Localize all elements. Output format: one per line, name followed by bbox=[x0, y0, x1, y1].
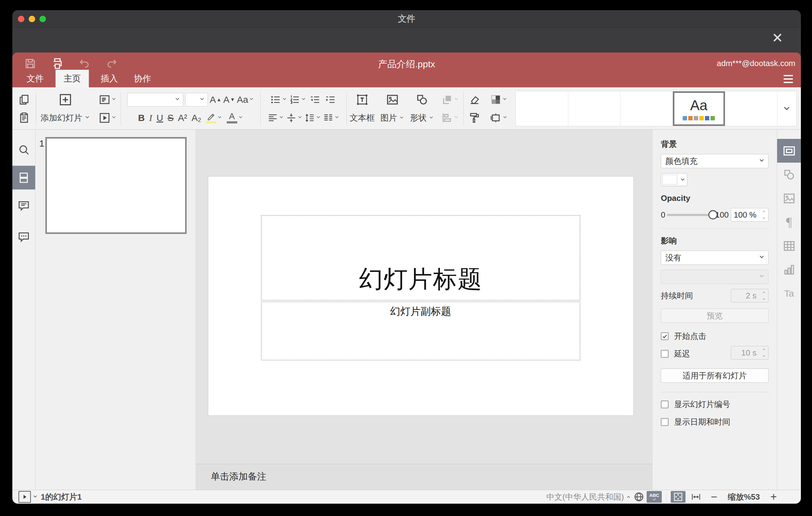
spinner-arrows-icon[interactable] bbox=[761, 209, 766, 220]
line-spacing-icon[interactable] bbox=[304, 110, 321, 125]
font-color-icon[interactable]: A bbox=[227, 110, 243, 125]
shape-align-icon[interactable] bbox=[441, 110, 459, 125]
add-slide-icon[interactable] bbox=[59, 92, 72, 107]
user-email: adm***@dootask.com bbox=[717, 59, 795, 68]
chat-icon[interactable] bbox=[12, 225, 35, 249]
search-icon[interactable] bbox=[12, 138, 35, 162]
slide-layout-icon[interactable] bbox=[99, 92, 117, 107]
arrange-icon[interactable] bbox=[441, 92, 459, 107]
window-titlebar: 文件 bbox=[12, 10, 801, 28]
slide-settings-icon[interactable] bbox=[777, 139, 801, 163]
comments-icon[interactable] bbox=[12, 194, 35, 218]
copy-style-icon[interactable] bbox=[468, 110, 481, 125]
text-box-button[interactable]: 文本框 bbox=[350, 112, 375, 123]
shape-button[interactable]: 形状 bbox=[410, 112, 434, 123]
paste-icon[interactable] bbox=[17, 110, 31, 125]
numbered-list-icon[interactable] bbox=[289, 92, 306, 107]
italic-button[interactable]: I bbox=[149, 113, 152, 123]
tab-collaboration[interactable]: 协作 bbox=[126, 70, 159, 87]
globe-icon[interactable] bbox=[631, 491, 647, 503]
theme-tile[interactable] bbox=[725, 91, 777, 126]
clear-style-icon[interactable] bbox=[468, 92, 481, 107]
textart-settings-icon[interactable]: Ta bbox=[777, 282, 801, 305]
close-icon[interactable]: ✕ bbox=[771, 31, 784, 45]
tab-insert[interactable]: 插入 bbox=[92, 70, 126, 87]
effect-select[interactable]: 没有 bbox=[661, 251, 768, 265]
text-box-icon[interactable] bbox=[355, 92, 369, 107]
bullet-list-icon[interactable] bbox=[270, 92, 287, 107]
background-color-picker[interactable] bbox=[661, 173, 687, 186]
vertical-align-icon[interactable] bbox=[286, 110, 303, 125]
image-button[interactable]: 图片 bbox=[380, 112, 404, 123]
delay-row: 延迟 10 s bbox=[661, 348, 768, 359]
menu-tabs: 文件 主页 插入 协作 bbox=[19, 70, 773, 87]
slide-thumbnails-panel: 1 bbox=[35, 130, 196, 490]
chart-settings-icon[interactable] bbox=[777, 258, 801, 282]
start-on-click-checkbox[interactable] bbox=[661, 333, 669, 340]
zoom-level: 缩放%53 bbox=[728, 492, 760, 503]
image-icon[interactable] bbox=[386, 92, 399, 107]
underline-button[interactable]: U bbox=[156, 113, 163, 123]
menu-icon[interactable] bbox=[784, 75, 793, 83]
start-slideshow-icon[interactable] bbox=[19, 491, 31, 503]
title-placeholder[interactable]: 幻灯片标题 bbox=[261, 215, 580, 300]
increase-font-button[interactable]: A▲ bbox=[210, 92, 222, 107]
subtitle-placeholder[interactable]: 幻灯片副标题 bbox=[261, 302, 580, 361]
shape-settings-icon[interactable] bbox=[777, 163, 801, 187]
paragraph-settings-icon[interactable]: ¶ bbox=[777, 210, 801, 234]
fit-slide-icon[interactable] bbox=[671, 491, 686, 503]
opacity-slider[interactable] bbox=[667, 214, 713, 216]
theme-tile[interactable] bbox=[568, 91, 621, 126]
theme-tile[interactable] bbox=[516, 91, 568, 126]
align-text-icon[interactable] bbox=[267, 110, 284, 125]
fill-color-icon[interactable] bbox=[490, 92, 508, 107]
slide-thumbnail[interactable] bbox=[45, 137, 187, 234]
image-settings-icon[interactable] bbox=[777, 187, 801, 210]
canvas-column: 幻灯片标题 幻灯片副标题 单击添加备注 bbox=[196, 130, 652, 490]
strikeout-button[interactable]: S bbox=[168, 113, 174, 123]
show-slide-number-checkbox[interactable] bbox=[661, 401, 669, 408]
highlight-pen-icon[interactable] bbox=[206, 110, 223, 125]
font-name-input[interactable] bbox=[127, 93, 183, 107]
start-slideshow-icon[interactable] bbox=[99, 110, 117, 125]
theme-tile-selected[interactable]: Aa bbox=[673, 91, 725, 126]
delay-checkbox[interactable] bbox=[661, 350, 669, 358]
font-size-input[interactable] bbox=[185, 93, 208, 107]
opacity-slider-knob[interactable] bbox=[708, 210, 718, 220]
change-case-button[interactable]: Aa bbox=[237, 92, 255, 107]
bold-button[interactable]: B bbox=[138, 113, 145, 123]
slide-canvas[interactable]: 幻灯片标题 幻灯片副标题 bbox=[196, 130, 652, 464]
opacity-value-input[interactable]: 100 % bbox=[731, 208, 768, 222]
fit-width-icon[interactable] bbox=[689, 491, 703, 503]
tab-home[interactable]: 主页 bbox=[56, 70, 89, 87]
language-selector[interactable]: 中文(中华人民共和国) bbox=[546, 492, 624, 503]
tab-file[interactable]: 文件 bbox=[19, 70, 52, 87]
table-settings-icon[interactable] bbox=[777, 234, 801, 258]
show-date-time-checkbox[interactable] bbox=[661, 418, 669, 426]
decrease-indent-icon[interactable] bbox=[308, 92, 322, 107]
columns-icon[interactable] bbox=[323, 110, 340, 125]
increase-indent-icon[interactable] bbox=[324, 92, 337, 107]
spellcheck-icon[interactable]: ABC bbox=[647, 491, 662, 503]
slide-counter: 1的幻灯片1 bbox=[41, 492, 82, 503]
superscript-button[interactable]: A² bbox=[178, 113, 187, 123]
shape-icon[interactable] bbox=[415, 92, 429, 107]
add-slide-button[interactable]: 添加幻灯片 bbox=[41, 112, 90, 123]
notes-area[interactable]: 单击添加备注 bbox=[196, 464, 652, 490]
subscript-button[interactable]: A₂ bbox=[192, 113, 201, 123]
chevron-down-icon[interactable] bbox=[32, 492, 38, 502]
apply-to-all-slides-button[interactable]: 适用于所有幻灯片 bbox=[661, 369, 768, 383]
zoom-out-icon[interactable]: − bbox=[708, 491, 720, 503]
slide[interactable]: 幻灯片标题 幻灯片副标题 bbox=[208, 176, 633, 415]
opacity-min-label: 0 bbox=[661, 210, 665, 220]
fill-type-select[interactable]: 颜色填充 bbox=[661, 154, 768, 168]
slide-size-icon[interactable] bbox=[490, 110, 508, 125]
preview-button[interactable]: 预览 bbox=[661, 309, 768, 323]
slides-icon[interactable] bbox=[12, 166, 35, 190]
zoom-in-icon[interactable]: + bbox=[768, 491, 779, 503]
decrease-font-button[interactable]: A▼ bbox=[223, 92, 235, 107]
copy-icon[interactable] bbox=[17, 92, 31, 107]
theme-color-dots bbox=[683, 116, 715, 120]
theme-tile[interactable] bbox=[620, 91, 673, 126]
theme-gallery-expand-icon[interactable] bbox=[777, 91, 796, 126]
